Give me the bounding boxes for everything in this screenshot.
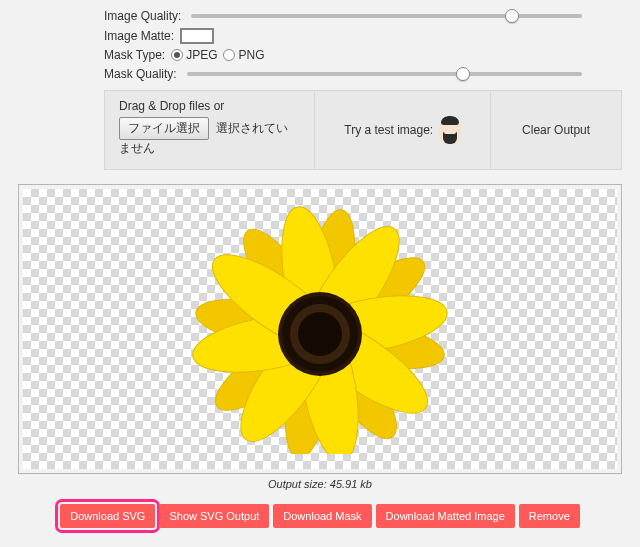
download-svg-button[interactable]: Download SVG — [60, 504, 155, 528]
mask-quality-label: Mask Quality: — [104, 67, 177, 81]
action-button-row: Download SVG Show SVG Output Download Ma… — [18, 504, 622, 528]
image-matte-swatch[interactable] — [180, 28, 214, 44]
image-matte-label: Image Matte: — [104, 29, 174, 43]
mask-type-label: Mask Type: — [104, 48, 165, 62]
mask-type-png-label: PNG — [238, 48, 264, 62]
svg-point-19 — [298, 312, 342, 356]
avatar-icon — [439, 116, 461, 144]
clear-output-label: Clear Output — [522, 123, 590, 137]
mask-type-png-radio[interactable]: PNG — [223, 48, 264, 62]
mask-type-jpeg-label: JPEG — [186, 48, 217, 62]
output-canvas — [23, 189, 617, 469]
radio-icon — [171, 49, 183, 61]
output-canvas-frame — [18, 184, 622, 474]
output-size-caption: Output size: 45.91 kb — [18, 478, 622, 490]
mask-quality-slider[interactable] — [187, 66, 582, 82]
sunflower-image — [190, 204, 450, 454]
mask-type-jpeg-radio[interactable]: JPEG — [171, 48, 217, 62]
slider-thumb[interactable] — [456, 67, 470, 81]
image-quality-slider[interactable] — [191, 8, 582, 24]
image-quality-label: Image Quality: — [104, 9, 181, 23]
radio-icon — [223, 49, 235, 61]
clear-output-button[interactable]: Clear Output — [491, 91, 621, 169]
slider-thumb[interactable] — [505, 9, 519, 23]
drag-drop-hint: Drag & Drop files or — [119, 99, 300, 113]
show-svg-output-button[interactable]: Show SVG Output — [159, 504, 269, 528]
input-panel: Drag & Drop files or ファイル選択 選択されていません Tr… — [104, 90, 622, 170]
download-matted-image-button[interactable]: Download Matted Image — [376, 504, 515, 528]
try-test-image-cell[interactable]: Try a test image: — [315, 91, 491, 169]
download-mask-button[interactable]: Download Mask — [273, 504, 371, 528]
file-select-button[interactable]: ファイル選択 — [119, 117, 209, 140]
try-test-image-label: Try a test image: — [344, 123, 433, 137]
remove-button[interactable]: Remove — [519, 504, 580, 528]
drag-drop-zone[interactable]: Drag & Drop files or ファイル選択 選択されていません — [105, 91, 315, 169]
